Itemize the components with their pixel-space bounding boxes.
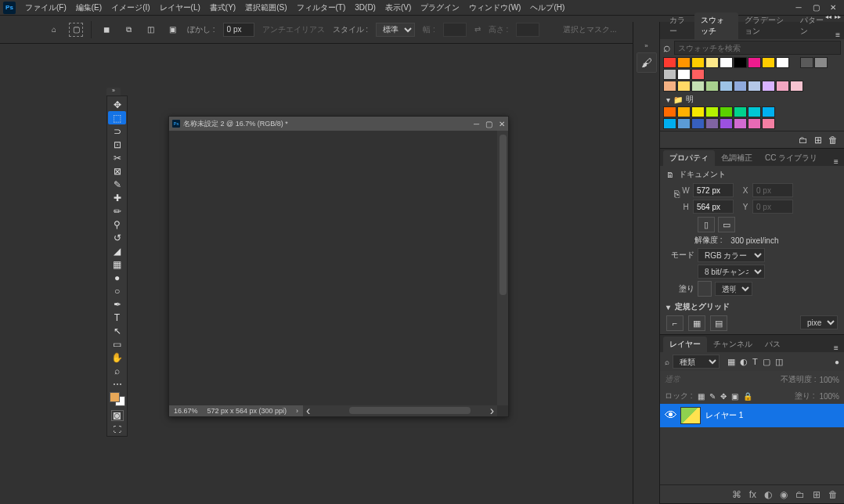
blend-mode-select[interactable]: 通常 [665, 374, 680, 385]
tools-collapse[interactable]: » [106, 88, 121, 95]
y-value[interactable] [752, 200, 793, 214]
swatch-color[interactable] [762, 81, 775, 92]
swatches-menu[interactable]: ≡ [831, 31, 844, 39]
doc-minimize[interactable]: ─ [474, 120, 479, 128]
group-icon[interactable]: 🗀 [795, 489, 805, 500]
menu-layer[interactable]: レイヤー(L) [155, 1, 205, 15]
height-value[interactable] [693, 200, 734, 214]
home-button[interactable]: ⌂ [47, 23, 61, 37]
filter-type-icon[interactable]: T [752, 357, 758, 367]
swatch-color[interactable] [748, 106, 761, 117]
swatch-trash-icon[interactable]: 🗑 [828, 135, 838, 146]
swatch-color[interactable] [663, 57, 676, 68]
lasso-tool[interactable]: ⊃ [108, 124, 126, 138]
add-selection-icon[interactable]: ⧉ [121, 23, 135, 37]
document-canvas[interactable] [169, 131, 497, 405]
tab-layers[interactable]: レイヤー [663, 337, 707, 352]
feather-input[interactable] [223, 23, 254, 37]
lock-paint-icon[interactable]: ✎ [709, 392, 716, 401]
lock-pos-icon[interactable]: ✥ [720, 392, 727, 401]
grid-icon[interactable]: ▦ [688, 315, 705, 331]
swatch-color[interactable] [790, 81, 803, 92]
doc-close[interactable]: ✕ [499, 120, 505, 128]
swatch-color[interactable] [705, 57, 719, 68]
swatch-color[interactable] [691, 118, 705, 129]
healing-tool[interactable]: ✚ [108, 191, 126, 204]
quick-mask[interactable]: ◙ [111, 410, 124, 421]
ruler-icon[interactable]: ⌐ [666, 315, 683, 331]
tab-gradients[interactable]: グラデーション [738, 13, 795, 39]
swatch-color[interactable] [748, 57, 761, 68]
gradient-tool[interactable]: ▦ [108, 257, 126, 271]
swatch-color[interactable] [734, 118, 747, 129]
swatch-color[interactable] [720, 106, 733, 117]
swatch-search-input[interactable] [674, 41, 841, 55]
link-wh-icon[interactable]: ⎘ [669, 189, 683, 200]
tab-adjustments[interactable]: 色調補正 [715, 150, 759, 166]
opacity-value[interactable]: 100% [819, 376, 839, 384]
history-brush-tool[interactable]: ↺ [108, 231, 126, 244]
tab-channels[interactable]: チャンネル [707, 337, 759, 352]
menu-image[interactable]: イメージ(I) [106, 1, 154, 15]
tab-paths[interactable]: パス [759, 337, 787, 352]
menu-edit[interactable]: 編集(E) [71, 1, 106, 15]
clone-tool[interactable]: ⚲ [108, 218, 126, 231]
swatch-color[interactable] [734, 57, 747, 68]
section-toggle[interactable]: ▾ [666, 303, 670, 311]
landscape-icon[interactable]: ▭ [718, 217, 735, 232]
dodge-tool[interactable]: ○ [108, 284, 126, 297]
brush-tool[interactable]: ✏ [108, 204, 126, 218]
group-name[interactable]: 明 [686, 94, 694, 105]
swatch-color[interactable] [705, 81, 719, 92]
doc-vscrollbar[interactable] [497, 131, 508, 405]
menu-plugin[interactable]: プラグイン [416, 1, 464, 15]
swatch-folder-icon[interactable]: 🗀 [799, 135, 808, 146]
menu-view[interactable]: 表示(V) [381, 1, 416, 15]
swatch-color[interactable] [762, 118, 775, 129]
lock-nest-icon[interactable]: ▣ [731, 392, 738, 401]
menu-type[interactable]: 書式(Y) [205, 1, 240, 15]
swatch-color[interactable] [814, 57, 828, 68]
move-tool[interactable]: ✥ [108, 98, 126, 111]
layer-filter-select[interactable]: 種類 [673, 355, 720, 369]
menu-window[interactable]: ウィンドウ(W) [464, 1, 525, 15]
swatch-color[interactable] [734, 81, 747, 92]
crop-tool[interactable]: ✂ [108, 151, 126, 164]
edit-toolbar[interactable]: ⋯ [108, 377, 126, 391]
filter-pixel-icon[interactable]: ▦ [727, 357, 735, 367]
rectangle-tool[interactable]: ▭ [108, 337, 126, 351]
layer-fill-value[interactable]: 100% [819, 392, 839, 401]
menu-select[interactable]: 選択範囲(S) [240, 1, 291, 15]
select-mask-button[interactable]: 選択とマスク... [563, 24, 616, 35]
zoom-level[interactable]: 16.67% [174, 407, 198, 415]
swatch-color[interactable] [677, 81, 691, 92]
swatch-color[interactable] [720, 57, 733, 68]
filter-smart-icon[interactable]: ◫ [775, 357, 783, 367]
subtract-selection-icon[interactable]: ◫ [143, 23, 157, 37]
fg-color[interactable] [110, 392, 120, 402]
width-input[interactable] [443, 23, 467, 37]
style-select[interactable]: 標準 [376, 23, 415, 37]
swatch-color[interactable] [720, 81, 733, 92]
new-layer-icon[interactable]: ⊞ [813, 489, 821, 500]
lock-trans-icon[interactable]: ▦ [698, 392, 705, 401]
path-select-tool[interactable]: ↖ [108, 324, 126, 337]
hscroll-right[interactable]: › [490, 404, 494, 418]
eyedropper-tool[interactable]: ✎ [108, 178, 126, 191]
filter-toggle[interactable]: ● [835, 358, 839, 366]
swatch-color[interactable] [677, 57, 691, 68]
portrait-icon[interactable]: ▯ [698, 217, 715, 232]
swatch-color[interactable] [677, 106, 691, 117]
filter-shape-icon[interactable]: ▢ [763, 357, 770, 367]
marquee-tool[interactable]: ⬚ [108, 111, 126, 124]
swatch-color[interactable] [705, 118, 719, 129]
swatch-color[interactable] [691, 106, 705, 117]
filter-adjust-icon[interactable]: ◐ [740, 357, 748, 367]
swatch-color[interactable] [691, 57, 705, 68]
fill-swatch[interactable] [698, 281, 712, 297]
swatch-color[interactable] [762, 106, 775, 117]
menu-help[interactable]: ヘルプ(H) [525, 1, 569, 15]
swatch-color[interactable] [663, 118, 676, 129]
brush-panel-icon[interactable]: 🖌 [637, 52, 657, 73]
x-value[interactable] [752, 183, 793, 197]
